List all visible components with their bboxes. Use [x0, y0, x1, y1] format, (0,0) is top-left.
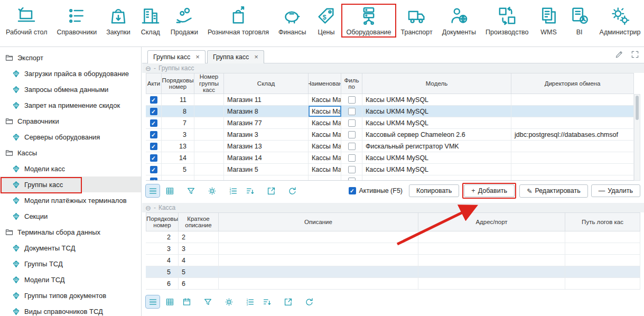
order-cell[interactable]: [162, 175, 194, 181]
filter-cell[interactable]: [341, 141, 362, 152]
col-header-model[interactable]: Модель: [362, 73, 511, 94]
ribbon-item-finance[interactable]: Финансы: [274, 4, 311, 38]
group-no-cell[interactable]: [194, 117, 224, 128]
order-cell[interactable]: 6: [146, 278, 179, 289]
addr-cell[interactable]: [418, 255, 565, 266]
dir-cell[interactable]: [511, 152, 634, 163]
name-cell[interactable]: Кассы Магаз: [309, 152, 341, 163]
ribbon-item-purchases[interactable]: Закупки: [101, 4, 135, 38]
group-no-cell[interactable]: [194, 152, 224, 163]
table-row[interactable]: ✓ 7 Магазин 77 Кассы Магаз Кассы UKM4 My…: [146, 117, 634, 129]
ribbon-item-equipment[interactable]: Оборудование: [341, 4, 396, 38]
table-row-selected[interactable]: ✓ 8 Магазин 8 Кассы Магаз Кассы UKM4 MyS…: [146, 106, 634, 117]
logs-cell[interactable]: [565, 278, 640, 289]
col-header-group-no[interactable]: Номер группы касс: [194, 73, 224, 94]
tree-item-cash-groups[interactable]: Группы касс: [0, 176, 141, 192]
desc-cell[interactable]: [219, 278, 418, 289]
tree-item-equipment-servers[interactable]: Серверы оборудования: [0, 129, 141, 145]
tree-item-tsd-documents[interactable]: Документы ТСД: [0, 240, 141, 256]
add-button[interactable]: +Добавить: [464, 184, 515, 197]
table-row[interactable]: ✓ 5 Магазин 5 Кассы Магаз Кассы UKM4 MyS…: [146, 164, 634, 175]
open-in-window-button[interactable]: [281, 295, 295, 308]
table-row[interactable]: 2 2: [146, 231, 640, 243]
tree-item-tsd-models[interactable]: Модели ТСД: [0, 272, 141, 287]
store-cell[interactable]: Магазин 11: [224, 94, 309, 105]
logs-cell[interactable]: [565, 266, 640, 277]
addr-cell[interactable]: [418, 243, 565, 254]
numbered-list-button[interactable]: [243, 295, 257, 308]
desc-cell[interactable]: [219, 243, 418, 254]
tree-item-discount-ban[interactable]: Запрет на применение скидок: [0, 97, 141, 113]
active-cell[interactable]: ✓: [146, 175, 162, 181]
dir-cell[interactable]: [511, 164, 634, 175]
col-header-desc[interactable]: Описание: [219, 212, 418, 231]
dir-cell[interactable]: [511, 175, 634, 181]
order-cell[interactable]: 13: [162, 141, 194, 152]
edit-pencil-icon[interactable]: [614, 50, 624, 59]
group-no-cell[interactable]: [194, 129, 224, 140]
store-cell[interactable]: Магазин 14: [224, 152, 309, 163]
desc-cell[interactable]: [219, 266, 418, 277]
col-header-order[interactable]: Порядковы номер: [162, 73, 194, 94]
active-cell[interactable]: ✓: [146, 129, 162, 140]
tab-close-icon[interactable]: ×: [195, 53, 200, 61]
order-cell[interactable]: 8: [162, 106, 194, 117]
filter-cell[interactable]: [341, 117, 362, 128]
model-cell[interactable]: Кассы UKM4 MySQL: [362, 164, 511, 175]
tab-close-icon[interactable]: ×: [254, 53, 258, 61]
order-cell[interactable]: 3: [146, 243, 179, 254]
group-no-cell[interactable]: [194, 175, 224, 181]
ribbon-item-retail[interactable]: Розничная торговля: [203, 4, 274, 38]
table-row-selected[interactable]: 5 5: [146, 266, 640, 278]
col-header-dir[interactable]: Директория обмена: [511, 73, 634, 94]
col-header-logs[interactable]: Путь логов кас: [565, 212, 640, 231]
filter-cell[interactable]: [341, 106, 362, 117]
short-desc-cell[interactable]: 2: [179, 231, 219, 243]
logs-cell[interactable]: [565, 255, 640, 266]
addr-cell[interactable]: [418, 278, 565, 289]
table-row[interactable]: 6 6: [146, 278, 640, 290]
col-header-addr[interactable]: Адрес/порт: [418, 212, 565, 231]
col-header-store[interactable]: Склад: [224, 73, 309, 94]
collapse-icon[interactable]: ⊖: [145, 65, 151, 72]
col-header-short-desc[interactable]: Краткое описание: [179, 212, 219, 231]
order-cell[interactable]: 3: [162, 129, 194, 140]
settings-button[interactable]: [205, 184, 219, 197]
group-no-cell[interactable]: [194, 141, 224, 152]
list-view-button[interactable]: [146, 184, 160, 197]
store-cell[interactable]: Магазин 13: [224, 141, 309, 152]
name-cell[interactable]: Кассы Магаз: [309, 164, 341, 175]
desc-cell[interactable]: [219, 231, 418, 243]
active-cell[interactable]: ✓: [146, 94, 162, 105]
col-header-active[interactable]: Акти: [146, 73, 162, 94]
table-row[interactable]: ✓ 11 Магазин 11 Кассы Магаз Кассы UKM4 M…: [146, 94, 634, 106]
addr-cell[interactable]: [418, 231, 565, 243]
filter-cell[interactable]: [341, 175, 362, 181]
ribbon-item-administration[interactable]: Администрир: [595, 4, 644, 38]
store-cell[interactable]: Магазин 3: [224, 129, 309, 140]
ribbon-item-production[interactable]: Производство: [481, 4, 534, 38]
maximize-icon[interactable]: [630, 50, 640, 59]
short-desc-cell[interactable]: 3: [179, 243, 219, 254]
settings-button[interactable]: [222, 295, 236, 308]
ribbon-item-bi[interactable]: BI: [564, 4, 595, 38]
grid-view-button[interactable]: [163, 295, 176, 308]
delete-button[interactable]: —Удалить: [591, 184, 640, 197]
name-cell[interactable]: Кассы Магаз: [309, 141, 341, 152]
table-row[interactable]: ✓ 3 Магазин 3 Кассы Магаз Кассовый серве…: [146, 129, 634, 141]
tree-folder-data-terminals[interactable]: Терминалы сбора данных: [0, 224, 141, 240]
table-row[interactable]: ✓ 14 Магазин 14 Кассы Магаз Кассы UKM4 M…: [146, 152, 634, 164]
ribbon-item-transport[interactable]: Транспорт: [396, 4, 437, 38]
grid-view-button[interactable]: [163, 184, 176, 197]
active-filter-checkbox[interactable]: ✓ Активные (F5): [349, 187, 403, 194]
ribbon-item-desktop[interactable]: Рабочий стол: [1, 4, 52, 38]
tree-item-tsd-reference-kinds[interactable]: Виды справочников ТСД: [0, 303, 141, 316]
logs-cell[interactable]: [565, 231, 640, 243]
refresh-button[interactable]: [302, 295, 316, 308]
tree-folder-export[interactable]: Экспорт: [0, 50, 141, 66]
active-cell[interactable]: ✓: [146, 152, 162, 163]
sort-button[interactable]: [243, 184, 257, 197]
tab-cash-group[interactable]: Группа касс×: [207, 50, 264, 63]
table-row[interactable]: 4 4: [146, 255, 640, 266]
tree-item-cash-models[interactable]: Модели касс: [0, 161, 141, 176]
